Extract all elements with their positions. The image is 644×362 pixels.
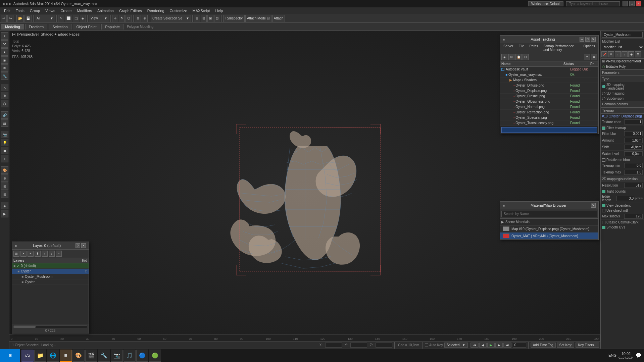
snap-angle-btn[interactable]: ⊘ <box>142 15 148 22</box>
lp-sort-btn[interactable]: ↕ <box>49 251 55 257</box>
object-name-field[interactable] <box>602 32 643 38</box>
frame-first-btn[interactable]: ⏮ <box>470 343 479 348</box>
radio-3d-mapping[interactable]: 3D mapping <box>601 91 644 96</box>
table-row[interactable]: ▪ Oyster_Translucency.png Found <box>500 120 598 126</box>
table-row[interactable]: ▪ Oyster_Glossiness.png Found <box>500 99 598 104</box>
attach-mode-btn[interactable]: Attach Mode ☑ <box>245 15 271 22</box>
frame-prev-btn[interactable]: ◀ <box>479 343 487 348</box>
taskbar-item-explorer[interactable]: 🗂 <box>21 350 34 362</box>
taskbar-item-tool1[interactable]: 🔧 <box>98 350 110 362</box>
x-coord-input[interactable] <box>325 343 342 348</box>
lp-add-btn[interactable]: + <box>28 251 34 257</box>
texture-chan-input[interactable] <box>624 119 643 124</box>
menu-views[interactable]: Views <box>43 8 58 13</box>
selected-dropdown[interactable]: Selected▼ <box>444 343 468 348</box>
mb-search-input[interactable] <box>501 211 597 217</box>
mod-stack-item-epoly[interactable]: ⬡ Editable Poly <box>601 64 644 69</box>
menu-help[interactable]: Help <box>213 8 226 13</box>
workspace-selector[interactable]: Workspace: Default <box>528 1 563 6</box>
texmap-value[interactable]: #10 (Oyster_Displace.png) <box>601 114 644 119</box>
render-tool[interactable]: ▶ <box>1 210 8 217</box>
taskbar-item-tool2[interactable]: 📷 <box>111 350 123 362</box>
y-coord-input[interactable] <box>350 343 367 348</box>
align-tool[interactable]: ⊟ <box>1 191 8 198</box>
tab-modeling[interactable]: Modeling <box>1 24 24 30</box>
max-subdvs-input[interactable] <box>624 214 643 219</box>
camera-tool[interactable]: 📷 <box>1 131 8 138</box>
water-level-input[interactable] <box>624 151 643 156</box>
menu-customize[interactable]: Customize <box>167 8 190 13</box>
at-settings-btn[interactable]: ⚙ <box>591 54 597 60</box>
add-time-tag-btn[interactable]: Add Time Tag <box>531 343 556 348</box>
at-btn-2[interactable]: ⊞ <box>508 54 514 60</box>
link-tool[interactable]: 🔗 <box>1 111 8 119</box>
at-help-btn[interactable]: ? <box>584 54 590 60</box>
tab-populate[interactable]: Populate <box>101 24 123 30</box>
tight-bounds-check[interactable]: Tight bounds <box>601 189 644 194</box>
select-filter[interactable]: All▼ <box>35 15 55 22</box>
taskbar-item-media[interactable]: 🎵 <box>123 350 136 362</box>
at-menu-file[interactable]: File <box>516 44 526 52</box>
table-row[interactable]: ▪ Oyster_Normal.png Found <box>500 104 598 110</box>
auto-key-checkbox[interactable]: Auto Key <box>425 343 443 347</box>
table-row[interactable]: ■ Oyster_max_vray.max Ok <box>500 72 598 77</box>
select-move[interactable]: ↖ <box>1 84 8 91</box>
at-close-btn[interactable]: ✕ <box>591 37 596 42</box>
tab-freeform[interactable]: Freeform <box>25 24 48 30</box>
shift-input[interactable] <box>624 145 643 150</box>
at-maximize-btn[interactable]: □ <box>585 37 590 42</box>
use-object-mtl-check[interactable]: Use object mtl <box>601 208 644 213</box>
list-item[interactable]: ■ Oyster_Mushroom <box>12 274 89 279</box>
taskbar-item-3ds[interactable]: ■ <box>60 350 72 362</box>
key-filters-btn[interactable]: Key Filters... <box>576 343 599 348</box>
paint-tool[interactable]: 🎨 <box>1 166 8 174</box>
tab-object-paint[interactable]: Object Paint <box>73 24 100 30</box>
texmap-max-input[interactable] <box>624 170 643 175</box>
frame-next-btn[interactable]: ▶ <box>495 343 503 348</box>
set-key-btn[interactable]: Set Key: <box>557 343 575 348</box>
taskbar-item-browser2[interactable]: 🔵 <box>136 350 148 362</box>
mod-pin-btn[interactable]: 📌 <box>601 51 607 57</box>
layers-close-btn[interactable]: ✕ <box>81 243 86 248</box>
frame-last-btn[interactable]: ⏭ <box>503 343 511 348</box>
light-tool[interactable]: 💡 <box>1 139 8 146</box>
filter-blur-input[interactable] <box>624 131 643 136</box>
material-tool[interactable]: ◈ <box>1 202 8 209</box>
texmap-min-input[interactable] <box>624 163 643 168</box>
table-row[interactable]: ▪ Oyster_Specular.png Found <box>500 115 598 120</box>
filter-texmap-check[interactable]: Filter texmap <box>601 125 644 131</box>
list-item[interactable]: ■ ✓ 0 (default) <box>12 263 89 269</box>
utilities-tool[interactable]: 🔧 <box>1 72 8 80</box>
mod-del-btn[interactable]: ✕ <box>608 51 614 57</box>
mod-down-btn[interactable]: ↓ <box>622 51 628 57</box>
menu-modifiers[interactable]: Modifiers <box>74 8 95 13</box>
at-path-input[interactable] <box>501 127 597 133</box>
at-btn-4[interactable]: ⊟ <box>523 54 529 60</box>
list-item[interactable]: Map #10 (Oyster_Displace.png) [Oyster_Mu… <box>500 225 598 232</box>
geo-tool[interactable]: ◼ <box>1 147 8 154</box>
relative-bbox-check[interactable]: Relative to bbox <box>601 157 644 162</box>
table-row[interactable]: ▪ Oyster_Displace.png Found <box>500 88 598 94</box>
lp-up-btn[interactable]: ↑ <box>42 251 48 257</box>
mod-config-btn[interactable]: ⚙ <box>635 51 641 57</box>
view-dropdown[interactable]: View▼ <box>89 15 109 22</box>
radio-subdivision[interactable]: Subdivision <box>601 96 644 101</box>
at-btn-1[interactable]: ◈ <box>501 54 507 60</box>
menu-rendering[interactable]: Rendering <box>145 8 167 13</box>
mod-stack-item-vray[interactable]: ⊞ VRayDisplacementMod <box>601 59 644 64</box>
notification-icon[interactable]: 💬 <box>636 353 641 358</box>
scale-btn[interactable]: ⬡ <box>126 15 132 22</box>
select-region2-btn[interactable]: ◫ <box>73 15 79 22</box>
rotate-btn[interactable]: ↻ <box>119 15 125 22</box>
modify-tool[interactable]: ⚒ <box>1 40 8 48</box>
taskbar-item-tool3[interactable]: 🟢 <box>149 350 161 362</box>
smooth-uvs-check[interactable]: Smooth UVs <box>601 225 644 230</box>
list-item[interactable]: ■ Oyster <box>12 279 89 285</box>
hierarchy-tool[interactable]: ♦ <box>1 48 8 56</box>
menu-edit[interactable]: Edit <box>1 8 13 13</box>
menu-create[interactable]: Create <box>58 8 74 13</box>
align-btn[interactable]: ⊟ <box>201 15 207 22</box>
select-rotate[interactable]: ↻ <box>1 92 8 99</box>
menu-maxscript[interactable]: MAXScript <box>190 8 213 13</box>
menu-graph-editors[interactable]: Graph Editors <box>116 8 145 13</box>
